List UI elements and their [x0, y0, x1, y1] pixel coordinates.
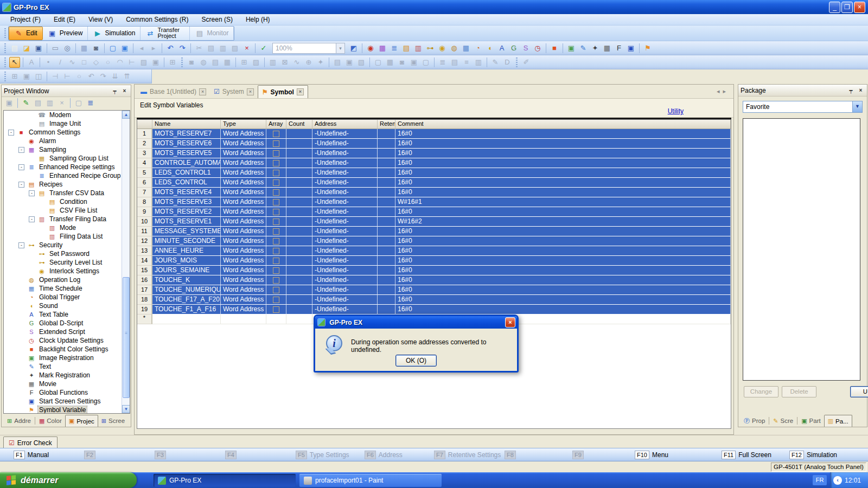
- cell-name[interactable]: MESSAGE_SYSTEME: [152, 227, 221, 236]
- array-checkbox[interactable]: [273, 170, 279, 176]
- save-screen-icon[interactable]: ▣: [119, 43, 130, 54]
- array-checkbox[interactable]: [273, 189, 279, 196]
- cell-name[interactable]: MOTS_RESERVE2: [152, 207, 221, 217]
- project-window-tab-scree[interactable]: ⊞Scree: [98, 415, 128, 427]
- cell-address[interactable]: -Undefined-: [312, 295, 378, 305]
- cell-type[interactable]: Word Address: [221, 275, 266, 285]
- tree-item-text[interactable]: ✎Text: [4, 362, 130, 371]
- cell-array[interactable]: [266, 266, 286, 275]
- cell-name[interactable]: JOURS_MOIS: [152, 256, 221, 266]
- tree-item-global-trigger[interactable]: ◔Global Trigger: [4, 293, 130, 301]
- row-number[interactable]: 7: [137, 188, 152, 197]
- tree-item-text-table[interactable]: AText Table: [4, 310, 130, 319]
- menu-project-f[interactable]: Project (F): [4, 15, 47, 24]
- simulation-mode-button[interactable]: ▶Simulation: [88, 27, 141, 40]
- taskbar-task-gp-pro-ex[interactable]: GP-Pro EX: [154, 474, 296, 487]
- column-header-address[interactable]: Address: [312, 120, 378, 129]
- cell-retentive[interactable]: [378, 178, 395, 188]
- cell-address[interactable]: -Undefined-: [312, 139, 378, 149]
- cell-retentive[interactable]: [378, 207, 395, 217]
- filing-toolbar-icon[interactable]: ▥: [413, 43, 424, 54]
- table-row-18[interactable]: 18TOUCHE_F17_A_F20Word Address-Undefined…: [137, 295, 731, 305]
- cell-count[interactable]: [286, 246, 312, 256]
- cell-type[interactable]: Word Address: [221, 266, 266, 275]
- table-row-16[interactable]: 16TOUCHE_KWord Address-Undefined-16#0: [137, 275, 731, 285]
- start-screen-toolbar-icon[interactable]: ▣: [626, 43, 636, 54]
- cell-count[interactable]: [286, 305, 312, 314]
- array-checkbox[interactable]: [273, 277, 279, 284]
- undo-icon[interactable]: ↶: [165, 43, 176, 54]
- array-checkbox[interactable]: [273, 228, 279, 235]
- column-header-comment[interactable]: Comment: [395, 120, 731, 129]
- array-checkbox[interactable]: [273, 267, 279, 274]
- cell-count[interactable]: [286, 129, 312, 139]
- cell-retentive[interactable]: [378, 217, 395, 227]
- sound-toolbar-icon[interactable]: ◖: [484, 43, 495, 54]
- dialog-close-icon[interactable]: ×: [505, 317, 515, 328]
- cell-count[interactable]: [286, 227, 312, 236]
- row-number[interactable]: 19: [137, 305, 152, 314]
- delete-button[interactable]: Delete: [782, 386, 816, 397]
- cell-comment[interactable]: 16#0: [395, 207, 731, 217]
- cell-address[interactable]: -Undefined-: [312, 168, 378, 178]
- row-number[interactable]: 17: [137, 285, 152, 295]
- extended-script-toolbar-icon[interactable]: S: [520, 43, 531, 54]
- toolbar-drag-handle[interactable]: [516, 57, 518, 67]
- toolbar-drag-handle[interactable]: [4, 57, 6, 67]
- cell-retentive[interactable]: [378, 129, 395, 139]
- alarm-toolbar-icon[interactable]: ◉: [365, 43, 376, 54]
- array-checkbox[interactable]: [273, 179, 279, 186]
- tree-item-interlock-settings[interactable]: ◉Interlock Settings: [4, 267, 130, 275]
- tree-item-mark-registration[interactable]: ✦Mark Registration: [4, 371, 130, 380]
- mark-registration-toolbar-icon[interactable]: ✦: [590, 43, 601, 54]
- package-tab-part[interactable]: ▣Part: [798, 415, 824, 427]
- cell-comment[interactable]: W#16#2: [395, 217, 731, 227]
- package-tab-prop[interactable]: ⓅProp: [741, 415, 768, 427]
- array-checkbox[interactable]: [273, 131, 279, 137]
- cell-retentive[interactable]: [378, 227, 395, 236]
- cell-type[interactable]: Word Address: [221, 207, 266, 217]
- cell-count[interactable]: [286, 266, 312, 275]
- tree-item-sampling[interactable]: -▦Sampling: [4, 145, 130, 154]
- cell-comment[interactable]: 16#0: [395, 178, 731, 188]
- global-trigger-toolbar-icon[interactable]: ◔: [473, 43, 483, 54]
- collapse-box-icon[interactable]: -: [29, 190, 35, 196]
- restore-button[interactable]: ❐: [841, 2, 853, 13]
- cell-array[interactable]: [266, 246, 286, 256]
- hide-icons-chevron-icon[interactable]: ‹: [833, 476, 842, 485]
- cell-address[interactable]: -Undefined-: [312, 158, 378, 168]
- cell-name[interactable]: MOTS_RESERVE1: [152, 217, 221, 227]
- cell-type[interactable]: Word Address: [221, 227, 266, 236]
- cell-type[interactable]: Word Address: [221, 305, 266, 314]
- cell-retentive[interactable]: [378, 158, 395, 168]
- cell-retentive[interactable]: [378, 266, 395, 275]
- tab-scroll-arrows[interactable]: ◂▸: [717, 88, 729, 95]
- document-tab-base-1-untitled[interactable]: ▬Base 1(Untitled)×: [137, 85, 210, 98]
- row-number[interactable]: 8: [137, 197, 152, 207]
- language-indicator[interactable]: FR: [813, 475, 827, 485]
- row-number[interactable]: 5: [137, 168, 152, 178]
- cell-address[interactable]: -Undefined-: [312, 188, 378, 197]
- close-tab-icon[interactable]: ×: [247, 88, 254, 95]
- menu-edit-e[interactable]: Edit (E): [48, 15, 81, 24]
- new-row-marker[interactable]: *: [137, 314, 152, 324]
- cell-type[interactable]: Word Address: [221, 246, 266, 256]
- cell-array[interactable]: [266, 139, 286, 149]
- tree-item-transfer-csv-data[interactable]: -▤Transfer CSV Data: [4, 189, 130, 197]
- tree-item-extended-script[interactable]: SExtended Script: [4, 328, 130, 336]
- pin-icon[interactable]: ┯: [111, 87, 119, 95]
- csv-toolbar-icon[interactable]: ▤: [401, 43, 412, 54]
- cell-retentive[interactable]: [378, 246, 395, 256]
- tree-item-global-functions[interactable]: FGlobal Functions: [4, 388, 130, 397]
- package-list[interactable]: [743, 118, 860, 381]
- update-button[interactable]: U: [850, 386, 868, 397]
- cell-address[interactable]: -Undefined-: [312, 236, 378, 246]
- cell-array[interactable]: [266, 227, 286, 236]
- cell-address[interactable]: -Undefined-: [312, 227, 378, 236]
- row-number[interactable]: 2: [137, 139, 152, 149]
- cell-retentive[interactable]: [378, 295, 395, 305]
- function-key-f10[interactable]: F10Menu: [635, 451, 668, 459]
- cell-retentive[interactable]: [378, 275, 395, 285]
- scroll-down-icon[interactable]: ▼: [122, 405, 130, 413]
- cell-address[interactable]: -Undefined-: [312, 305, 378, 314]
